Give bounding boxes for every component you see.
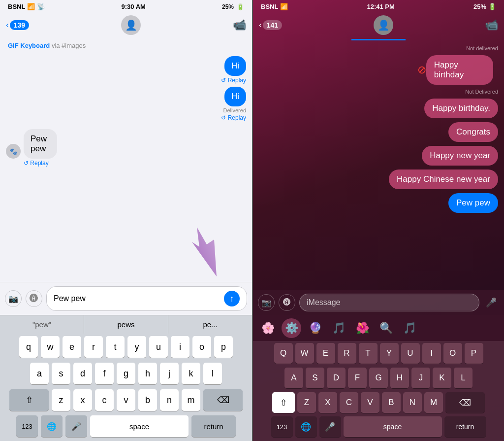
- key-c[interactable]: c: [95, 389, 114, 411]
- key-w[interactable]: w: [41, 336, 60, 358]
- key-h[interactable]: h: [138, 363, 157, 384]
- app-icon-left[interactable]: 🅐: [26, 290, 42, 307]
- emoji-btn-1[interactable]: 🌸: [258, 318, 278, 338]
- emoji-btn-7[interactable]: 🎵: [400, 318, 419, 338]
- rkey-H[interactable]: H: [390, 368, 409, 388]
- key-j[interactable]: j: [160, 363, 179, 384]
- key-e[interactable]: e: [63, 336, 81, 358]
- right-battery-icon: 🔋: [488, 3, 496, 10]
- autocomplete-item-3[interactable]: pe...: [168, 315, 252, 334]
- rkey-W[interactable]: W: [295, 343, 314, 364]
- rkey-return[interactable]: return: [444, 416, 486, 437]
- key-i[interactable]: i: [171, 336, 189, 358]
- rkey-R[interactable]: R: [338, 343, 356, 364]
- right-contact-center[interactable]: 👤: [374, 15, 393, 35]
- rkey-L[interactable]: L: [454, 368, 472, 388]
- left-back-badge[interactable]: 139: [10, 20, 29, 30]
- rkey-globe[interactable]: 🌐: [295, 416, 317, 437]
- autocomplete-item-1[interactable]: "pew": [0, 315, 84, 334]
- key-m[interactable]: m: [182, 389, 200, 411]
- key-g[interactable]: g: [117, 363, 135, 384]
- right-camera-icon[interactable]: 📷: [258, 294, 275, 311]
- emoji-btn-2[interactable]: ⚙️: [282, 318, 301, 338]
- rkey-C[interactable]: C: [340, 392, 358, 413]
- right-video-button[interactable]: 📹: [485, 19, 498, 32]
- rkey-E[interactable]: E: [316, 343, 335, 364]
- rkey-Z[interactable]: Z: [297, 392, 316, 413]
- key-shift[interactable]: ⇧: [9, 389, 49, 411]
- left-back-button[interactable]: ‹ 139: [6, 20, 29, 30]
- emoji-btn-5[interactable]: 🌺: [352, 318, 372, 338]
- key-k[interactable]: k: [182, 363, 200, 384]
- replay-link-1[interactable]: ↺ Replay: [221, 77, 246, 84]
- right-app-icon[interactable]: 🅐: [279, 294, 295, 311]
- rkey-A[interactable]: A: [284, 368, 303, 388]
- key-globe[interactable]: 🌐: [41, 415, 63, 437]
- rkey-Q[interactable]: Q: [274, 343, 293, 364]
- autocomplete-item-2[interactable]: pews: [84, 315, 168, 334]
- send-button[interactable]: ↑: [224, 291, 240, 306]
- rkey-K[interactable]: K: [433, 368, 451, 388]
- right-mic-button[interactable]: 🎤: [483, 295, 499, 310]
- rkey-shift[interactable]: ⇧: [272, 392, 295, 413]
- key-a[interactable]: a: [30, 363, 49, 384]
- key-n[interactable]: n: [160, 389, 179, 411]
- key-return[interactable]: return: [191, 415, 236, 437]
- rkey-S[interactable]: S: [306, 368, 324, 388]
- rkey-numbers[interactable]: 123: [271, 416, 293, 437]
- rkey-N[interactable]: N: [403, 392, 422, 413]
- key-z[interactable]: z: [52, 389, 70, 411]
- replay-link-2[interactable]: ↺ Replay: [221, 114, 246, 121]
- rkey-V[interactable]: V: [361, 392, 379, 413]
- rkey-I[interactable]: I: [422, 343, 441, 364]
- right-input-field[interactable]: iMessage: [299, 294, 479, 311]
- key-u[interactable]: u: [149, 336, 168, 358]
- key-v[interactable]: v: [117, 389, 135, 411]
- key-q[interactable]: q: [19, 336, 38, 358]
- key-l[interactable]: l: [203, 363, 222, 384]
- rkey-G[interactable]: G: [369, 368, 388, 388]
- rkey-J[interactable]: J: [411, 368, 430, 388]
- rkey-delete[interactable]: ⌫: [445, 392, 485, 413]
- key-f[interactable]: f: [95, 363, 114, 384]
- rkey-O[interactable]: O: [443, 343, 462, 364]
- input-field-wrapper[interactable]: Pew pew ↑: [46, 286, 247, 311]
- key-o[interactable]: o: [192, 336, 211, 358]
- emoji-btn-3[interactable]: 🔮: [305, 318, 325, 338]
- key-r[interactable]: r: [84, 336, 103, 358]
- rkey-D[interactable]: D: [327, 368, 346, 388]
- not-delivered-label-2: Not Delivered: [465, 89, 498, 95]
- left-contact-center[interactable]: 👤: [121, 15, 141, 35]
- camera-icon-left[interactable]: 📷: [5, 290, 22, 307]
- replay-link-3[interactable]: ↺ Replay: [24, 160, 49, 167]
- key-y[interactable]: y: [127, 336, 146, 358]
- rkey-mic[interactable]: 🎤: [319, 416, 341, 437]
- rkey-T[interactable]: T: [359, 343, 378, 364]
- rkey-P[interactable]: P: [465, 343, 483, 364]
- key-s[interactable]: s: [52, 363, 70, 384]
- key-x[interactable]: x: [73, 389, 92, 411]
- key-b[interactable]: b: [138, 389, 157, 411]
- key-delete[interactable]: ⌫: [203, 389, 243, 411]
- rkey-M[interactable]: M: [424, 392, 443, 413]
- rkey-F[interactable]: F: [348, 368, 367, 388]
- right-back-button[interactable]: ‹ 141: [259, 20, 282, 30]
- left-video-button[interactable]: 📹: [233, 19, 246, 32]
- rkey-space[interactable]: space: [344, 416, 442, 437]
- right-back-badge[interactable]: 141: [263, 20, 282, 30]
- key-p[interactable]: p: [214, 336, 233, 358]
- key-mic[interactable]: 🎤: [65, 415, 87, 437]
- key-t[interactable]: t: [106, 336, 125, 358]
- rkey-X[interactable]: X: [318, 392, 337, 413]
- emoji-btn-6[interactable]: 🔍: [376, 318, 396, 338]
- key-d[interactable]: d: [73, 363, 92, 384]
- messages-area: Hi ↺ Replay Hi Delivered ↺ Replay 🐾 Pew …: [0, 52, 252, 282]
- rkey-U[interactable]: U: [401, 343, 420, 364]
- key-space[interactable]: space: [90, 415, 189, 437]
- rkey-Y[interactable]: Y: [380, 343, 399, 364]
- right-input-area: 📷 🅐 iMessage 🎤: [253, 290, 504, 315]
- right-emoji-row: 🌸 ⚙️ 🔮 🎵 🌺 🔍 🎵: [253, 315, 504, 341]
- key-numbers[interactable]: 123: [16, 415, 38, 437]
- rkey-B[interactable]: B: [382, 392, 401, 413]
- emoji-btn-4[interactable]: 🎵: [329, 318, 348, 338]
